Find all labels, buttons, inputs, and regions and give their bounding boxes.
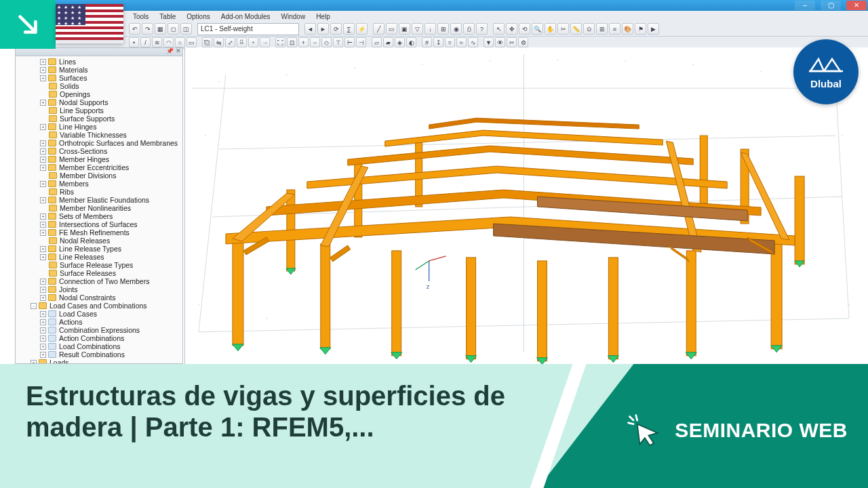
tree-item[interactable]: Solids [16,82,182,90]
expand-icon[interactable]: + [40,344,46,350]
tree-item[interactable]: Line Supports [16,106,182,115]
expand-icon[interactable]: + [40,246,46,252]
arc-icon[interactable]: ◠ [163,37,174,47]
expand-icon[interactable]: + [31,360,37,364]
tree-item[interactable]: +Combination Expressions [16,326,182,334]
tree-item[interactable]: +Lines [16,58,182,66]
tree-item[interactable]: Surface Release Types [16,261,182,269]
tree-item[interactable]: Nodal Releases [16,237,182,245]
expand-icon[interactable]: + [40,287,46,293]
expand-icon[interactable]: + [40,222,46,228]
window-maximize-button[interactable]: ▢ [821,1,841,10]
move-icon[interactable]: ✥ [506,23,517,35]
filter-icon[interactable]: ▼ [484,37,494,47]
array-icon[interactable]: ⠿ [237,37,247,47]
select-icon[interactable]: ↖ [493,23,505,35]
run-icon[interactable]: ▶ [648,23,659,35]
circle-icon[interactable]: ○ [175,37,185,47]
expand-icon[interactable]: + [40,148,46,155]
expand-icon[interactable]: - [31,303,37,309]
wire-icon[interactable]: ▱ [372,37,382,47]
expand-icon[interactable]: + [40,181,46,187]
section-icon[interactable]: ✂ [557,23,569,35]
copy-icon[interactable]: ⿻ [202,37,212,47]
tree-item[interactable]: +Intersections of Surfaces [16,220,182,228]
expand-icon[interactable]: + [40,140,46,146]
scale-icon[interactable]: ⤢ [225,37,235,47]
table-icon[interactable]: ▦ [155,23,166,35]
tree-item[interactable]: +Orthotropic Surfaces and Membranes [16,139,182,147]
expand-icon[interactable]: + [40,165,46,171]
expand-icon[interactable]: + [40,295,46,301]
window-minimize-button[interactable]: – [795,1,815,10]
clip-icon[interactable]: ✂ [507,37,517,47]
expand-icon[interactable]: + [40,67,46,73]
expand-icon[interactable]: + [40,100,46,106]
grid-icon[interactable]: ⊞ [596,23,608,35]
layers-icon[interactable]: ≡ [609,23,620,35]
tree-item[interactable]: +Loads [16,359,182,363]
mesh-icon[interactable]: ⊞ [437,23,449,35]
tree-item[interactable]: +Joints [16,285,182,293]
solid-icon[interactable]: ▣ [399,23,410,35]
tree-item[interactable]: Surface Releases [16,269,182,277]
prev-icon[interactable]: ◄ [304,23,316,35]
redo-icon[interactable]: ↷ [142,23,153,35]
menu-options[interactable]: Options [182,13,214,20]
navigator-pin-icon[interactable]: 📌 ✕ [166,47,181,54]
tree-item[interactable]: +Line Releases [16,253,182,261]
show-loads-icon[interactable]: ↧ [433,37,443,47]
tree-item[interactable]: +Members [16,180,182,188]
tree-item[interactable]: +Cross-Sections [16,147,182,155]
expand-icon[interactable]: + [40,157,46,163]
refresh-icon[interactable]: ⟳ [330,23,342,35]
transparency-icon[interactable]: ◐ [406,37,416,47]
menu-table[interactable]: Table [155,13,180,20]
color-icon[interactable]: 🎨 [622,23,633,35]
divide-icon[interactable]: ÷ [248,37,258,47]
shade-icon[interactable]: ▰ [383,37,393,47]
show-results-icon[interactable]: ≈ [456,37,467,47]
next-icon[interactable]: ► [317,23,329,35]
expand-icon[interactable]: + [40,311,46,317]
tree-item[interactable]: -Load Cases and Combinations [16,302,182,310]
tree-item[interactable]: +Load Combinations [16,342,182,350]
tree-item[interactable]: +Member Eccentricities [16,163,182,171]
tree-item[interactable]: +Member Elastic Foundations [16,196,182,204]
tree-item[interactable]: +Load Cases [16,310,182,318]
zoom-icon[interactable]: 🔍 [532,23,543,35]
expand-icon[interactable]: + [40,124,46,130]
node-icon[interactable]: • [129,37,139,47]
member-icon[interactable]: ╱ [373,23,384,35]
lightning-icon[interactable]: ⚡ [356,23,368,35]
tree-item[interactable]: Ribs [16,188,182,196]
surface-icon[interactable]: ▭ [386,23,397,35]
expand-icon[interactable]: + [40,197,46,203]
menu-window[interactable]: Window [277,13,310,20]
help-icon[interactable]: ? [476,23,488,35]
expand-icon[interactable]: + [40,214,46,220]
expand-icon[interactable]: + [40,75,46,81]
loadcase-combo[interactable]: LC1 - Self-weight [197,23,299,35]
xy-icon[interactable]: ⊤ [333,37,343,47]
zoom-window-icon[interactable]: ⊡ [287,37,297,47]
show-deform-icon[interactable]: ∿ [468,37,478,47]
show-supports-icon[interactable]: ▿ [445,37,455,47]
expand-icon[interactable]: + [40,254,46,260]
rotate-icon[interactable]: ⟲ [519,23,530,35]
zoom-in-icon[interactable]: + [298,37,309,47]
menu-tools[interactable]: Tools [129,13,153,20]
tree-item[interactable]: +Line Hinges [16,123,182,131]
tree-item[interactable]: +Action Combinations [16,334,182,342]
tree-item[interactable]: +Nodal Supports [16,98,182,106]
expand-icon[interactable]: + [40,352,46,358]
view-icon[interactable]: ◫ [180,23,192,35]
tree-item[interactable]: Openings [16,90,182,98]
support-icon[interactable]: ▽ [412,23,423,35]
expand-icon[interactable]: + [40,59,46,65]
expand-icon[interactable]: + [40,336,46,342]
visibility-icon[interactable]: 👁 [495,37,505,47]
tree-item[interactable]: Variable Thicknesses [16,131,182,139]
tree-item[interactable]: +Actions [16,318,182,326]
tree-item[interactable]: +Connection of Two Members [16,277,182,285]
